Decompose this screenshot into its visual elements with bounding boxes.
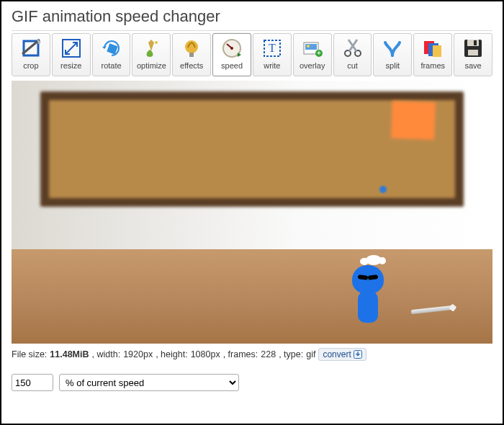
- tool-label: speed: [221, 61, 243, 70]
- scene-pin: [379, 186, 387, 193]
- tool-frames[interactable]: frames: [413, 33, 452, 76]
- speed-icon: [220, 37, 243, 60]
- tool-resize[interactable]: resize: [52, 33, 91, 76]
- file-meta: File size: 11.48MiB , width: 1920px , he…: [12, 348, 492, 361]
- meta-width-label: , width:: [92, 349, 121, 359]
- meta-type-value: gif: [306, 349, 315, 359]
- write-icon: T: [261, 37, 284, 60]
- scene-desk: [12, 249, 492, 344]
- resize-icon-wrap: [59, 36, 84, 61]
- tool-label: split: [386, 61, 400, 70]
- tool-label: cut: [347, 61, 358, 70]
- tool-rotate[interactable]: rotate: [92, 33, 131, 76]
- meta-frames-label: , frames:: [223, 349, 258, 359]
- convert-button-label: convert: [323, 349, 351, 359]
- optimize-icon-wrap: [139, 36, 163, 61]
- save-icon: [462, 37, 485, 60]
- speed-unit-select[interactable]: % of current speed: [59, 374, 239, 391]
- toolbar: cropresizerotateoptimizeeffectsspeedTwri…: [12, 30, 492, 76]
- tool-label: write: [264, 61, 280, 70]
- speed-icon-wrap: [220, 36, 244, 61]
- split-icon: [381, 37, 404, 60]
- meta-frames-value: 228: [261, 349, 276, 359]
- page-title: GIF animation speed changer: [12, 7, 492, 26]
- tool-split[interactable]: split: [373, 33, 412, 76]
- tool-save[interactable]: save: [454, 33, 492, 76]
- speed-value-input[interactable]: [12, 374, 53, 391]
- crop-icon-wrap: [19, 36, 43, 61]
- frames-icon-wrap: [420, 36, 445, 61]
- tool-label: crop: [23, 61, 38, 70]
- tool-effects[interactable]: effects: [172, 33, 211, 76]
- cut-icon: [341, 37, 364, 60]
- scene-sticky-note: [391, 101, 436, 140]
- meta-height-label: , height:: [156, 349, 187, 359]
- speed-controls: % of current speed: [12, 374, 492, 391]
- tool-optimize[interactable]: optimize: [132, 33, 171, 76]
- tool-crop[interactable]: crop: [12, 33, 50, 76]
- tool-write[interactable]: Twrite: [253, 33, 292, 76]
- scene-speech-puff: [366, 255, 382, 265]
- split-icon-wrap: [380, 36, 405, 61]
- gif-preview: [12, 81, 492, 344]
- svg-rect-21: [467, 40, 479, 46]
- meta-file-size-label: File size:: [12, 349, 47, 359]
- cut-icon-wrap: [341, 36, 365, 61]
- tool-overlay[interactable]: +overlay: [293, 33, 332, 76]
- meta-height-value: 1080px: [191, 349, 220, 359]
- overlay-icon: +: [301, 37, 324, 60]
- effects-icon-wrap: [179, 36, 204, 61]
- tool-label: rotate: [102, 61, 122, 70]
- rotate-icon-wrap: [99, 36, 124, 61]
- tool-label: effects: [180, 61, 203, 70]
- crop-icon: [19, 37, 42, 60]
- svg-rect-5: [189, 53, 194, 57]
- meta-type-label: , type:: [279, 349, 303, 359]
- frames-icon: [421, 37, 444, 60]
- tool-label: save: [464, 61, 481, 70]
- convert-button[interactable]: convert: [318, 348, 366, 361]
- tool-cut[interactable]: cut: [333, 33, 372, 76]
- svg-rect-19: [433, 45, 441, 57]
- meta-width-value: 1920px: [123, 349, 153, 359]
- save-icon-wrap: [461, 36, 485, 61]
- write-icon-wrap: T: [260, 36, 284, 61]
- svg-point-3: [155, 41, 158, 44]
- resize-icon: [60, 37, 83, 60]
- tool-label: overlay: [300, 61, 325, 70]
- tool-label: frames: [420, 61, 445, 70]
- scene-blue-figure: [349, 265, 387, 323]
- tool-label: optimize: [137, 61, 166, 70]
- svg-rect-23: [468, 50, 478, 55]
- overlay-icon-wrap: +: [300, 36, 325, 61]
- svg-text:+: +: [317, 49, 321, 57]
- svg-rect-22: [474, 40, 477, 45]
- optimize-icon: [140, 37, 163, 60]
- svg-point-12: [307, 45, 310, 48]
- meta-file-size-value: 11.48MiB: [50, 349, 89, 359]
- rotate-icon: [100, 37, 123, 60]
- download-icon: [354, 350, 362, 359]
- tool-speed[interactable]: speed: [212, 33, 251, 76]
- tool-label: resize: [60, 61, 81, 70]
- svg-text:T: T: [269, 42, 276, 54]
- effects-icon: [180, 37, 203, 60]
